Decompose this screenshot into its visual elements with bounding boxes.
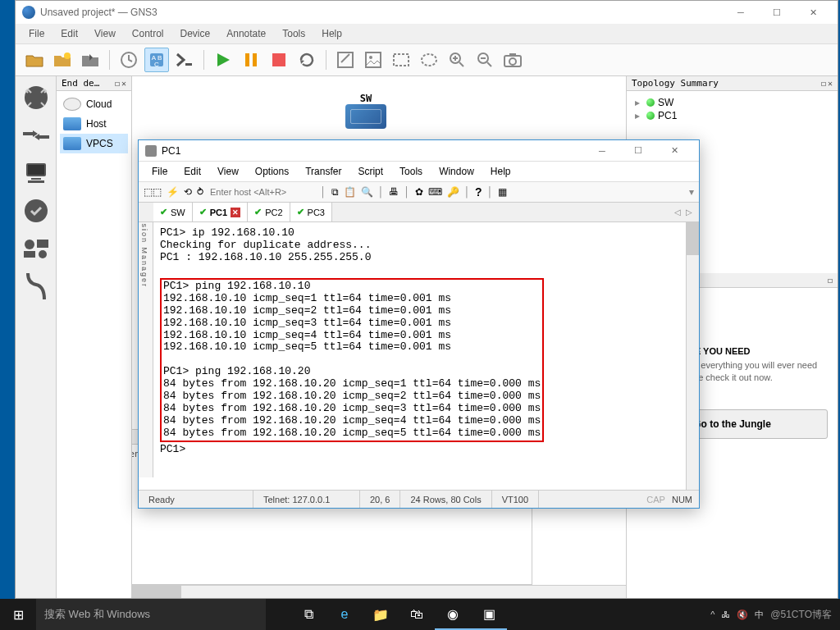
find-icon[interactable]: 🔍 [361, 186, 373, 198]
key-icon[interactable]: 🔑 [447, 186, 459, 198]
settings-icon[interactable]: ✿ [415, 186, 423, 198]
close-button[interactable]: ✕ [656, 139, 692, 162]
zoom-out-icon[interactable] [472, 48, 497, 72]
menu-transfer[interactable]: Transfer [297, 162, 349, 180]
toolbar-overflow-icon[interactable]: ▾ [689, 186, 694, 198]
new-project-icon[interactable] [50, 48, 75, 72]
gns3-titlebar[interactable]: Unsaved project* — GNS3 ─ ☐ ✕ [16, 1, 838, 24]
system-tray[interactable]: ^ 🖧 🔇 中 @51CTO博客 [702, 608, 840, 622]
open-project-icon[interactable] [22, 48, 47, 72]
all-devices-category-icon[interactable] [21, 234, 51, 263]
device-item-host[interactable]: Host [60, 114, 128, 134]
reload-all-icon[interactable] [294, 48, 319, 72]
rectangle-icon[interactable] [389, 48, 413, 72]
terminal-task-icon[interactable]: ▣ [471, 599, 507, 630]
security-category-icon[interactable] [21, 196, 51, 226]
help-icon[interactable]: ? [475, 185, 482, 199]
menu-script[interactable]: Script [349, 162, 391, 180]
close-button[interactable]: ✕ [795, 1, 831, 24]
tray-expand-icon[interactable]: ^ [710, 609, 714, 619]
sw-node[interactable]: SW [345, 93, 386, 129]
reconnect-all-icon[interactable]: ⥁ [197, 186, 203, 198]
gns3-task-icon[interactable]: ◉ [435, 599, 471, 630]
routers-category-icon[interactable] [21, 83, 51, 112]
panel-undock-icon[interactable]: ◻ [115, 79, 120, 88]
menu-help[interactable]: Help [313, 25, 350, 43]
stop-all-icon[interactable] [267, 48, 291, 72]
copy-icon[interactable]: ⧉ [331, 186, 339, 198]
console-all-icon[interactable] [172, 48, 197, 72]
maximize-button[interactable]: ☐ [620, 139, 656, 162]
menu-annotate[interactable]: Annotate [218, 25, 274, 43]
topology-item-sw[interactable]: ▸SW [635, 96, 829, 109]
tab-scroll-right-icon[interactable]: ▷ [686, 208, 692, 217]
taskbar-search[interactable]: 搜索 Web 和 Windows [36, 599, 266, 630]
keyboard-icon[interactable]: ⌨ [428, 186, 442, 198]
tab-pc1[interactable]: ✔PC1✕ [193, 203, 248, 221]
menu-tools[interactable]: Tools [274, 25, 313, 43]
minimize-button[interactable]: ─ [584, 139, 620, 162]
bookmark-icon[interactable]: ▦ [498, 186, 507, 198]
menu-control[interactable]: Control [124, 25, 172, 43]
terminal-vertical-scrollbar[interactable] [686, 222, 699, 490]
switches-category-icon[interactable] [21, 121, 51, 150]
menu-help[interactable]: Help [482, 162, 519, 180]
menu-file[interactable]: File [21, 25, 52, 43]
paste-icon[interactable]: 📋 [344, 186, 356, 198]
menu-options[interactable]: Options [247, 162, 297, 180]
menu-view[interactable]: View [86, 25, 124, 43]
terminal-output[interactable]: PC1> ip 192.168.10.10 Checking for dupli… [153, 222, 686, 490]
end-devices-category-icon[interactable] [21, 158, 51, 188]
volume-tray-icon[interactable]: 🔇 [737, 609, 748, 620]
print-icon[interactable]: 🖶 [389, 186, 399, 198]
panel-close-icon[interactable]: ✕ [828, 79, 833, 88]
device-item-vpcs[interactable]: VPCS [60, 134, 128, 153]
screenshot-icon[interactable] [500, 48, 525, 72]
network-tray-icon[interactable]: 🖧 [721, 609, 730, 619]
topology-item-pc1[interactable]: ▸PC1 [635, 109, 829, 122]
ime-tray-icon[interactable]: 中 [755, 609, 764, 621]
tab-scroll-left-icon[interactable]: ◁ [674, 208, 681, 217]
save-project-icon[interactable] [78, 48, 103, 72]
menu-file[interactable]: File [144, 162, 176, 180]
edge-icon[interactable]: e [326, 599, 363, 630]
terminal-titlebar[interactable]: PC1 ─ ☐ ✕ [139, 140, 699, 162]
expand-icon[interactable]: ▸ [635, 97, 643, 108]
store-icon[interactable]: 🛍 [399, 599, 435, 630]
start-button[interactable]: ⊞ [0, 599, 36, 630]
zoom-in-icon[interactable] [445, 48, 469, 72]
maximize-button[interactable]: ☐ [759, 1, 795, 24]
ellipse-icon[interactable] [417, 48, 441, 72]
disconnect-icon[interactable]: ⟲ [184, 186, 192, 198]
tab-pc3[interactable]: ✔PC3 [290, 203, 332, 221]
host-input[interactable] [208, 185, 315, 199]
annotate-icon[interactable] [333, 48, 358, 72]
menu-device[interactable]: Device [172, 25, 219, 43]
panel-undock-icon[interactable]: ◻ [821, 79, 826, 88]
session-manager-tab[interactable]: Session Manager [139, 203, 153, 477]
menu-edit[interactable]: Edit [52, 25, 86, 43]
menu-edit[interactable]: Edit [176, 162, 209, 180]
task-view-icon[interactable]: ⧉ [290, 599, 326, 630]
start-all-icon[interactable] [211, 48, 235, 72]
explorer-icon[interactable]: 📁 [363, 599, 399, 630]
menu-view[interactable]: View [209, 162, 247, 180]
device-item-cloud[interactable]: Cloud [60, 94, 128, 114]
image-icon[interactable] [361, 48, 386, 72]
tab-sw[interactable]: ✔SW [153, 203, 193, 221]
reconnect-icon[interactable]: ⚡ [167, 186, 179, 198]
minimize-button[interactable]: ─ [723, 1, 759, 24]
pause-all-icon[interactable] [239, 48, 263, 72]
tab-pc2[interactable]: ✔PC2 [248, 203, 290, 221]
panel-close-icon[interactable]: ✕ [121, 79, 126, 88]
panel-undock-icon[interactable]: ◻ [828, 276, 833, 285]
canvas-horizontal-scrollbar[interactable] [132, 585, 626, 598]
close-tab-icon[interactable]: ✕ [231, 208, 240, 217]
add-link-icon[interactable] [21, 272, 51, 301]
snapshot-icon[interactable] [116, 48, 141, 72]
quick-connect-icon[interactable]: ⬚⬚ [144, 186, 162, 198]
expand-icon[interactable]: ▸ [635, 110, 643, 121]
menu-window[interactable]: Window [431, 162, 482, 180]
show-labels-icon[interactable]: A BC [144, 48, 169, 72]
menu-tools[interactable]: Tools [391, 162, 431, 180]
